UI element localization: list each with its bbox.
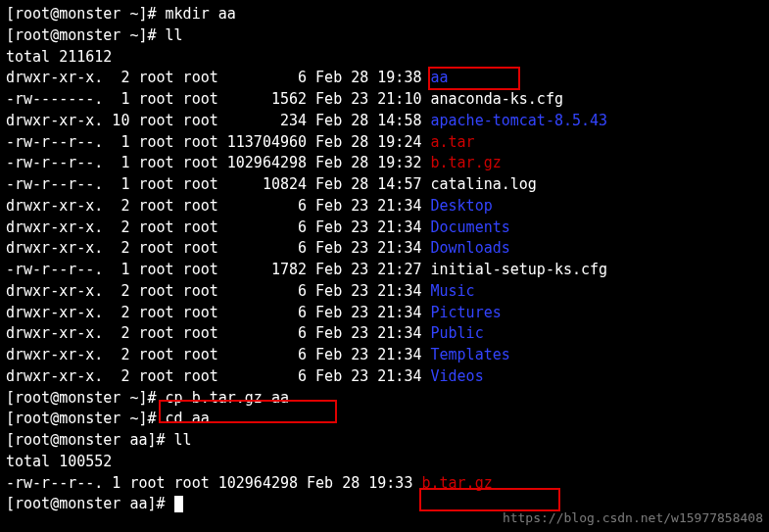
file-name: Downloads — [430, 239, 509, 257]
prompt-text: [root@monster ~]# ll — [6, 26, 183, 44]
file-name: aa — [430, 69, 448, 86]
terminal-line: drwxr-xr-x. 2 root root 6 Feb 23 21:34 T… — [6, 345, 763, 366]
watermark-text: https://blog.csdn.net/w15977858408 — [503, 509, 763, 528]
terminal-line: -rw-r--r--. 1 root root 113704960 Feb 28… — [6, 132, 763, 154]
file-meta: -rw-------. 1 root root 1562 Feb 23 21:1… — [6, 90, 430, 108]
file-name: initial-setup-ks.cfg — [430, 261, 607, 278]
file-meta: drwxr-xr-x. 2 root root 6 Feb 23 21:34 — [6, 239, 430, 257]
file-name: Music — [430, 282, 474, 300]
terminal-line: drwxr-xr-x. 2 root root 6 Feb 23 21:34 P… — [6, 323, 763, 345]
file-name: apache-tomcat-8.5.43 — [430, 112, 607, 129]
file-name: b.tar.gz — [421, 474, 492, 492]
terminal-line: drwxr-xr-x. 2 root root 6 Feb 23 21:34 D… — [6, 238, 763, 260]
prompt-text: [root@monster ~]# mkdir aa — [6, 5, 236, 23]
file-meta: drwxr-xr-x. 2 root root 6 Feb 23 21:34 — [6, 367, 430, 385]
file-meta: -rw-r--r--. 1 root root 102964298 Feb 28… — [6, 154, 430, 171]
file-name: catalina.log — [430, 175, 536, 193]
terminal-line: drwxr-xr-x. 2 root root 6 Feb 23 21:34 P… — [6, 303, 763, 324]
terminal-line: [root@monster ~]# cd aa — [6, 409, 763, 430]
file-meta: drwxr-xr-x. 2 root root 6 Feb 23 21:34 — [6, 197, 430, 215]
terminal-line: -rw-r--r--. 1 root root 10824 Feb 28 14:… — [6, 174, 763, 196]
file-meta: drwxr-xr-x. 2 root root 6 Feb 23 21:34 — [6, 282, 430, 300]
prompt-text: [root@monster aa]# ll — [6, 431, 192, 449]
terminal-line: [root@monster ~]# cp b.tar.gz aa — [6, 388, 763, 410]
file-meta: drwxr-xr-x. 2 root root 6 Feb 28 19:38 — [6, 69, 430, 86]
file-name: Pictures — [430, 304, 501, 321]
cursor — [174, 496, 183, 512]
prompt-text: [root@monster ~]# cp b.tar.gz aa — [6, 389, 289, 407]
terminal-output[interactable]: [root@monster ~]# mkdir aa[root@monster … — [6, 4, 763, 515]
terminal-line: drwxr-xr-x. 2 root root 6 Feb 23 21:34 V… — [6, 366, 763, 388]
terminal-line: drwxr-xr-x. 2 root root 6 Feb 23 21:34 D… — [6, 218, 763, 239]
terminal-line: -rw-r--r--. 1 root root 102964298 Feb 28… — [6, 153, 763, 174]
file-meta: drwxr-xr-x. 2 root root 6 Feb 23 21:34 — [6, 324, 430, 342]
file-meta: drwxr-xr-x. 2 root root 6 Feb 23 21:34 — [6, 218, 430, 236]
terminal-line: [root@monster ~]# ll — [6, 25, 763, 47]
terminal-line: -rw-r--r--. 1 root root 1782 Feb 23 21:2… — [6, 260, 763, 281]
terminal-line: total 100552 — [6, 452, 763, 473]
file-name: Documents — [430, 218, 509, 236]
terminal-line: total 211612 — [6, 47, 763, 69]
terminal-line: [root@monster aa]# ll — [6, 430, 763, 452]
terminal-line: drwxr-xr-x. 10 root root 234 Feb 28 14:5… — [6, 111, 763, 132]
terminal-line: -rw-------. 1 root root 1562 Feb 23 21:1… — [6, 89, 763, 111]
terminal-line: drwxr-xr-x. 2 root root 6 Feb 23 21:34 M… — [6, 281, 763, 303]
file-meta: drwxr-xr-x. 2 root root 6 Feb 23 21:34 — [6, 346, 430, 363]
file-meta: drwxr-xr-x. 10 root root 234 Feb 28 14:5… — [6, 112, 430, 129]
file-meta: drwxr-xr-x. 2 root root 6 Feb 23 21:34 — [6, 304, 430, 321]
terminal-line: -rw-r--r--. 1 root root 102964298 Feb 28… — [6, 473, 763, 495]
file-meta: -rw-r--r--. 1 root root 10824 Feb 28 14:… — [6, 175, 430, 193]
file-name: b.tar.gz — [430, 154, 501, 171]
terminal-line: [root@monster ~]# mkdir aa — [6, 4, 763, 25]
prompt-text: [root@monster ~]# cd aa — [6, 410, 210, 427]
file-name: Videos — [430, 367, 483, 385]
terminal-line: drwxr-xr-x. 2 root root 6 Feb 23 21:34 D… — [6, 196, 763, 218]
file-name: anaconda-ks.cfg — [430, 90, 562, 108]
file-name: a.tar — [430, 133, 474, 151]
file-meta: -rw-r--r--. 1 root root 102964298 Feb 28… — [6, 474, 421, 492]
file-name: Public — [430, 324, 483, 342]
file-meta: -rw-r--r--. 1 root root 1782 Feb 23 21:2… — [6, 261, 430, 278]
file-meta: -rw-r--r--. 1 root root 113704960 Feb 28… — [6, 133, 430, 151]
file-name: Desktop — [430, 197, 492, 215]
prompt-text: [root@monster aa]# — [6, 495, 174, 512]
file-name: Templates — [430, 346, 509, 363]
terminal-line: drwxr-xr-x. 2 root root 6 Feb 28 19:38 a… — [6, 68, 763, 89]
